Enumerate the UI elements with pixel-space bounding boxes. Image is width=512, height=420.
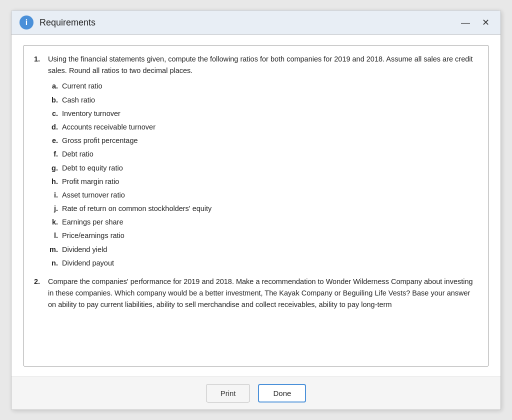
sub-letter-b: b. (48, 94, 58, 106)
req-number-1: 1. (34, 54, 44, 270)
sub-letter-e: e. (48, 135, 58, 146)
sub-text-e: Gross profit percentage (62, 135, 478, 146)
requirement-2: 2. Compare the companies' performance fo… (34, 276, 478, 314)
sub-text-n: Dividend payout (62, 258, 478, 269)
requirements-window: i Requirements — ✕ 1. Using the financia… (11, 10, 501, 410)
sub-letter-k: k. (48, 216, 58, 228)
list-item: m. Dividend yield (48, 243, 478, 256)
sub-letter-l: l. (48, 230, 58, 242)
sub-text-i: Asset turnover ratio (62, 190, 478, 201)
list-item: j. Rate of return on common stockholders… (48, 202, 478, 216)
sub-letter-n: n. (48, 258, 58, 269)
requirements-box: 1. Using the financial statements given,… (24, 45, 488, 366)
sub-text-d: Accounts receivable turnover (62, 122, 478, 133)
list-item: h. Profit margin ratio (48, 175, 478, 188)
req-number-2: 2. (34, 276, 44, 314)
req-intro-1: Using the financial statements given, co… (48, 54, 478, 76)
sub-text-l: Price/earnings ratio (62, 230, 478, 242)
sub-letter-d: d. (48, 122, 58, 133)
req-content-1: Using the financial statements given, co… (48, 54, 478, 270)
list-item: a. Current ratio (48, 80, 478, 93)
requirements-list: 1. Using the financial statements given,… (34, 54, 478, 314)
info-icon: i (20, 16, 34, 30)
req-intro-2: Compare the companies' performance for 2… (48, 276, 478, 311)
sub-text-a: Current ratio (62, 80, 478, 92)
footer: Print Done (12, 376, 500, 410)
list-item: n. Dividend payout (48, 256, 478, 270)
sub-letter-j: j. (48, 203, 58, 214)
list-item: l. Price/earnings ratio (48, 229, 478, 242)
sub-letter-c: c. (48, 108, 58, 120)
sub-letter-a: a. (48, 80, 58, 92)
sub-list-1: a. Current ratio b. Cash ratio c. Invent… (48, 80, 478, 270)
sub-letter-g: g. (48, 162, 58, 174)
sub-text-h: Profit margin ratio (62, 176, 478, 188)
content-area: 1. Using the financial statements given,… (12, 35, 500, 376)
window-title: Requirements (40, 18, 458, 28)
list-item: k. Earnings per share (48, 216, 478, 229)
sub-text-g: Debt to equity ratio (62, 162, 478, 174)
list-item: g. Debt to equity ratio (48, 162, 478, 175)
list-item: i. Asset turnover ratio (48, 188, 478, 202)
sub-text-m: Dividend yield (62, 244, 478, 256)
sub-text-b: Cash ratio (62, 94, 478, 106)
sub-letter-i: i. (48, 190, 58, 201)
list-item: b. Cash ratio (48, 94, 478, 107)
title-bar: i Requirements — ✕ (12, 10, 500, 35)
requirement-1: 1. Using the financial statements given,… (34, 54, 478, 270)
sub-letter-f: f. (48, 148, 58, 160)
list-item: e. Gross profit percentage (48, 134, 478, 148)
sub-text-k: Earnings per share (62, 216, 478, 228)
sub-letter-m: m. (48, 244, 58, 256)
done-button[interactable]: Done (258, 384, 306, 402)
sub-text-c: Inventory turnover (62, 108, 478, 120)
sub-letter-h: h. (48, 176, 58, 188)
list-item: c. Inventory turnover (48, 107, 478, 120)
print-button[interactable]: Print (206, 384, 250, 402)
window-controls: — ✕ (458, 17, 492, 28)
minimize-button[interactable]: — (458, 17, 473, 28)
sub-text-j: Rate of return on common stockholders' e… (62, 203, 478, 214)
list-item: f. Debt ratio (48, 148, 478, 161)
close-button[interactable]: ✕ (479, 17, 492, 28)
sub-text-f: Debt ratio (62, 148, 478, 160)
req-content-2: Compare the companies' performance for 2… (48, 276, 478, 314)
list-item: d. Accounts receivable turnover (48, 120, 478, 134)
